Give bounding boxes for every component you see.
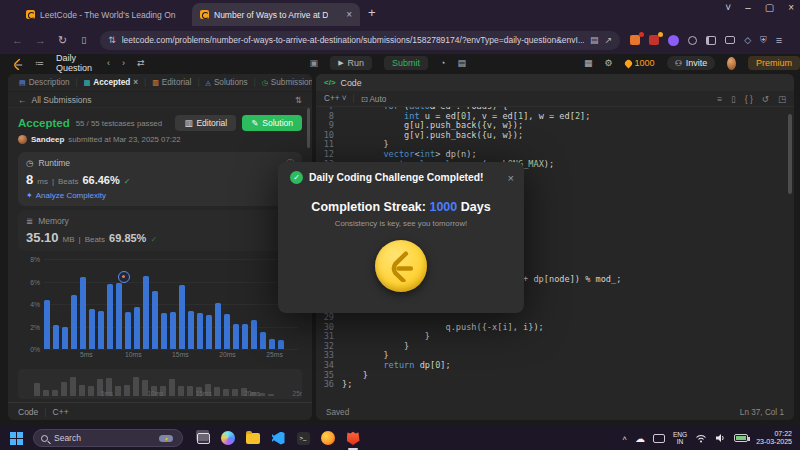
battery-icon[interactable] [734, 434, 748, 442]
braces-icon[interactable]: { } [745, 94, 753, 104]
runtime-bar[interactable] [197, 313, 203, 349]
back-icon[interactable]: ← [12, 34, 23, 47]
runtime-bar[interactable] [251, 320, 257, 349]
panel-tab-solutions[interactable]: ◬Solutions [201, 78, 253, 87]
runtime-bar[interactable] [170, 312, 176, 349]
runtime-bar[interactable] [188, 311, 194, 349]
runtime-bar[interactable] [89, 309, 95, 350]
clock[interactable]: 07:2223-03-2025 [756, 430, 792, 447]
runtime-bar[interactable] [179, 285, 185, 349]
browser-tab-active[interactable]: Number of Ways to Arrive at D × [192, 3, 360, 26]
leetcode-logo-icon[interactable] [12, 58, 23, 69]
runtime-bar[interactable] [233, 324, 239, 349]
volume-icon[interactable] [715, 433, 726, 443]
browser-profile-avatar[interactable] [668, 35, 679, 46]
code-line[interactable]: 34 return dp[0]; [316, 361, 794, 371]
runtime-bar[interactable] [278, 340, 284, 349]
window-maximize-button[interactable]: ▢ [765, 2, 774, 13]
tray-chevron-up-icon[interactable]: ˄ [622, 434, 627, 443]
reader-mode-icon[interactable]: ▤ [590, 35, 599, 45]
wallet-icon[interactable] [725, 36, 735, 44]
new-tab-button[interactable]: + [368, 5, 376, 20]
layout-icon[interactable]: ▦ [584, 58, 593, 68]
task-view-button[interactable] [195, 430, 211, 446]
firefox-icon[interactable] [320, 430, 336, 446]
reset-icon[interactable]: ↺ [762, 94, 769, 104]
invite-button[interactable]: ⚇ Invite [667, 56, 716, 70]
code-line[interactable]: 35 } [316, 371, 794, 381]
submit-button[interactable]: Submit [384, 56, 428, 70]
runtime-distribution-minimap[interactable]: 5ms10ms15ms20ms25ms [18, 369, 302, 399]
copilot-icon[interactable] [220, 430, 236, 446]
runtime-bar[interactable] [260, 332, 266, 349]
all-submissions-label[interactable]: All Submissions [32, 95, 92, 105]
runtime-bar[interactable] [269, 339, 275, 349]
file-explorer-icon[interactable] [245, 430, 261, 446]
runtime-card[interactable]: ◷ Runtime ⓘ 8 ms | Beats 66.46% ✓ ✦ Anal… [18, 152, 302, 206]
extension-icon-1[interactable] [630, 35, 640, 45]
site-info-icon[interactable]: ⇅ [108, 35, 116, 45]
your-runtime-marker[interactable] [118, 271, 130, 283]
start-button[interactable] [10, 432, 23, 445]
memory-card[interactable]: ≣ Memory 35.10 MB | Beats 69.85% ✓ [18, 210, 302, 251]
runtime-bar[interactable] [224, 314, 230, 349]
auto-toggle[interactable]: ⊡ Auto [361, 94, 387, 104]
editorial-button[interactable]: ▥ Editorial [175, 115, 236, 131]
sidebar-icon[interactable] [706, 36, 716, 45]
language-select[interactable]: C++ ˅ [324, 94, 347, 103]
runtime-bar[interactable] [152, 291, 158, 350]
touch-keyboard-icon[interactable] [653, 434, 665, 443]
browser-tab-leetcode-home[interactable]: LeetCode - The World's Leading On [18, 3, 186, 26]
panel-tab-description[interactable]: ▤Description [14, 78, 75, 87]
notes-icon[interactable]: ▤ [457, 58, 466, 68]
runtime-bar[interactable] [206, 315, 212, 349]
tab-close-icon[interactable]: × [346, 9, 352, 20]
prev-question-icon[interactable]: ‹ [107, 58, 110, 68]
left-panel-scrollbar[interactable] [307, 108, 310, 148]
daily-question-nav[interactable]: Daily Question [56, 53, 95, 73]
menu-icon[interactable]: ≡ [776, 34, 782, 46]
run-button[interactable]: ▶ Run [330, 56, 372, 70]
solution-button[interactable]: ✎ Solution [242, 115, 302, 131]
reload-icon[interactable]: ↻ [58, 34, 67, 47]
taskbar-search[interactable]: Search [33, 429, 183, 447]
runtime-bar[interactable] [242, 324, 248, 349]
share-icon[interactable]: ↗ [605, 35, 613, 45]
next-question-icon[interactable]: › [122, 58, 125, 68]
brave-icon[interactable] [345, 430, 361, 446]
runtime-bar[interactable] [116, 283, 122, 349]
expand-icon[interactable]: ◳ [778, 94, 786, 104]
runtime-bar[interactable] [80, 277, 86, 349]
sort-icon[interactable]: ⇅ [295, 95, 302, 105]
all-submissions-row[interactable]: ← All Submissions ⇅ [8, 92, 312, 108]
runtime-bar[interactable] [107, 284, 113, 349]
problem-list-icon[interactable]: ≔ [35, 58, 44, 68]
runtime-bar[interactable] [53, 325, 59, 349]
streak-counter[interactable]: 1000 [625, 58, 655, 68]
timer-icon[interactable]: ◔ [440, 58, 445, 68]
tab-close-icon[interactable]: × [133, 78, 138, 87]
runtime-bar[interactable] [215, 303, 221, 349]
vscode-icon[interactable] [270, 430, 286, 446]
extension-icon-2[interactable] [649, 35, 659, 45]
terminal-icon[interactable]: >_ [295, 430, 311, 446]
window-close-button[interactable]: × [788, 2, 794, 13]
format-icon[interactable]: ≡ [717, 94, 722, 104]
modal-close-icon[interactable]: × [508, 172, 514, 184]
forward-icon[interactable]: → [35, 34, 46, 47]
bookmark-icon[interactable]: ▯ [731, 94, 736, 104]
premium-button[interactable]: Premium [748, 56, 800, 70]
onedrive-cloud-icon[interactable]: ☁ [635, 433, 645, 444]
wifi-icon[interactable] [695, 433, 707, 443]
runtime-bar[interactable] [62, 327, 68, 350]
runtime-bar[interactable] [98, 311, 104, 349]
runtime-bar[interactable] [143, 276, 149, 349]
editor-scrollbar[interactable] [788, 114, 792, 194]
back-arrow-icon[interactable]: ← [18, 95, 27, 105]
panel-tab-accepted[interactable]: ▤Accepted× [79, 78, 143, 87]
brave-shields-icon[interactable]: ⛨ [760, 35, 767, 46]
url-text[interactable]: leetcode.com/problems/number-of-ways-to-… [122, 35, 584, 45]
profile-chevron-icon[interactable]: ˅ [725, 2, 731, 13]
runtime-bar[interactable] [44, 300, 50, 350]
window-minimize-button[interactable]: – [745, 2, 751, 13]
